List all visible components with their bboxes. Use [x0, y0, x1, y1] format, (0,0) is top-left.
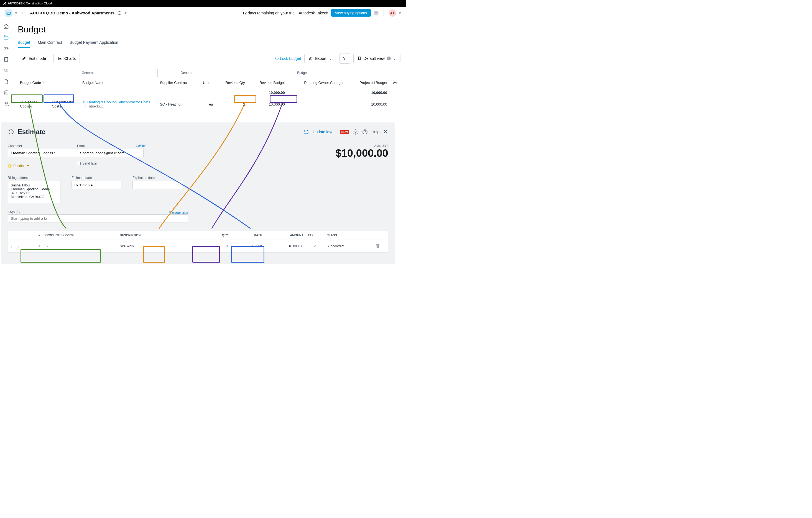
info-icon	[275, 57, 279, 60]
line-amount[interactable]: 10,000.00	[264, 240, 306, 253]
tab-budget[interactable]: Budget	[18, 40, 30, 48]
close-icon[interactable]: ✕	[383, 128, 388, 136]
filter-icon	[343, 56, 347, 61]
divider	[383, 10, 384, 16]
col-qty: QTY	[197, 231, 230, 240]
send-later-checkbox[interactable]: Send later	[77, 161, 146, 165]
edit-mode-button[interactable]: Edit mode	[18, 54, 50, 63]
nav-home-icon[interactable]	[3, 23, 9, 29]
cell-supplier: SC - Heating	[158, 97, 201, 111]
svg-point-17	[9, 165, 10, 167]
col-revised-qty[interactable]: Revised Qty	[215, 77, 247, 88]
tab-payment-app[interactable]: Budget Payment Application	[70, 40, 118, 48]
col-projected-budget[interactable]: Projected Budget	[347, 77, 389, 88]
tags-input[interactable]	[8, 214, 188, 222]
customer-input[interactable]	[8, 149, 58, 157]
col-unit[interactable]: Unit	[201, 77, 215, 88]
table-settings-icon[interactable]	[389, 77, 401, 88]
default-view-button[interactable]: Default view i ⌄	[353, 54, 401, 63]
status-pending[interactable]: Pending ▾	[8, 163, 66, 168]
chevron-down-icon: ⌄	[393, 56, 396, 61]
help-icon[interactable]	[362, 129, 368, 135]
email-input[interactable]	[77, 149, 144, 157]
chart-icon	[58, 56, 62, 61]
refresh-icon[interactable]	[303, 129, 309, 135]
expiration-input[interactable]	[133, 181, 182, 189]
table-row[interactable]: 15 Heating & Cooling Subcontractor Costs…	[18, 97, 401, 111]
cell-unit: ea	[201, 97, 215, 111]
svg-point-12	[7, 102, 8, 103]
chevron-down-icon: ⌄	[329, 56, 332, 61]
trial-banner-text: 12 days remaining on your trial - Autode…	[242, 11, 328, 15]
pending-dot-icon	[8, 164, 12, 168]
amount-label: AMOUNT	[336, 144, 388, 147]
column-group-row: General General Budget	[18, 69, 401, 77]
line-row[interactable]: ⋮⋮⋮ 1 02 Site Work 1 10,000 10,000.00 ✓ …	[8, 240, 388, 253]
nav-members-icon[interactable]	[3, 101, 9, 107]
chevron-down-icon[interactable]: ▾	[399, 10, 401, 16]
row-menu-icon[interactable]: ⋮	[82, 104, 88, 108]
col-budget-code[interactable]: Budget Code ↑	[18, 77, 80, 88]
col-budget-name[interactable]: Budget Name	[80, 77, 158, 88]
delete-line-icon[interactable]	[373, 240, 388, 253]
col-amount: AMOUNT	[264, 231, 306, 240]
module-switcher-icon[interactable]	[5, 9, 12, 17]
page-title: Budget	[18, 24, 401, 35]
nav-forecast-icon[interactable]	[3, 68, 9, 74]
help-label[interactable]: Help	[371, 130, 379, 134]
line-product[interactable]: 02	[42, 240, 117, 253]
col-tax: TAX	[306, 231, 324, 240]
cc-bcc-link[interactable]: Cc/Bcc	[136, 144, 146, 148]
col-supplier-contract[interactable]: Supplier Contract	[158, 77, 201, 88]
line-desc[interactable]: Site Work	[117, 240, 197, 253]
manage-tags-link[interactable]: Manage tags	[169, 211, 188, 214]
export-button[interactable]: Export ⌄	[304, 54, 336, 63]
svg-point-1	[7, 13, 8, 13]
billing-address[interactable]: Sasha Tillou Freeman Sporting Goods 370 …	[8, 181, 60, 203]
charts-button[interactable]: Charts	[54, 54, 80, 63]
summary-row: 10,000.00 10,000.00	[18, 88, 401, 97]
chevron-down-icon[interactable]: ▾	[15, 10, 17, 16]
globe-icon[interactable]	[117, 11, 122, 15]
expiration-label: Expiration date	[133, 176, 182, 180]
col-rate: RATE	[230, 231, 264, 240]
history-icon[interactable]	[8, 128, 14, 135]
edit-mode-label: Edit mode	[29, 56, 46, 61]
line-qty[interactable]: 1	[197, 240, 230, 253]
gear-icon[interactable]	[352, 129, 358, 135]
lock-budget-link[interactable]: Lock budget	[275, 56, 301, 61]
estimate-date-input[interactable]	[71, 181, 121, 189]
line-tax-check[interactable]: ✓	[306, 240, 324, 253]
tab-main-contract[interactable]: Main Contract	[38, 40, 62, 48]
col-revised-budget[interactable]: Revised Budget	[247, 77, 287, 88]
line-header-row: # PRODUCT/SERVICE DESCRIPTION QTY RATE A…	[8, 231, 388, 240]
col-pending-owner[interactable]: Pending Owner Changes	[287, 77, 347, 88]
autodesk-brand-bar: AUTODESK Construction Cloud	[0, 0, 406, 7]
nav-files-icon[interactable]	[3, 79, 9, 85]
new-badge: NEW	[340, 130, 349, 134]
view-buying-options-button[interactable]: View buying options	[331, 9, 371, 17]
chevron-down-icon[interactable]: ▾	[124, 10, 127, 16]
line-class[interactable]: Subcontract	[324, 240, 373, 253]
filter-button[interactable]	[340, 53, 350, 64]
user-avatar[interactable]: AA	[389, 9, 396, 17]
help-icon[interactable]: ?	[374, 10, 379, 16]
nav-budget-icon[interactable]	[3, 34, 9, 40]
nav-change-icon[interactable]	[3, 57, 9, 63]
project-name[interactable]: ACC <> QBD Demo - Ashwood Apartments	[30, 10, 114, 15]
nav-cost-icon[interactable]	[3, 45, 9, 52]
page-tabs: Budget Main Contract Budget Payment Appl…	[18, 40, 401, 48]
update-layout-link[interactable]: Update layout	[313, 130, 337, 134]
amount-value: $10,000.00	[336, 147, 388, 159]
nav-reports-icon[interactable]	[3, 90, 9, 96]
tags-label: Tags ?	[8, 210, 20, 214]
export-icon	[309, 56, 313, 61]
drag-handle-icon[interactable]: ⋮⋮⋮	[8, 240, 27, 253]
bookmark-icon	[357, 56, 361, 61]
billing-label: Billing address	[8, 176, 60, 180]
email-label: Email	[77, 144, 85, 148]
cell-pending-owner	[287, 97, 347, 111]
cell-budget-name[interactable]: 15 Heating & Cooling-Subcontractor Costs	[82, 100, 150, 104]
toolbar: Edit mode Charts Lock budget Export ⌄	[18, 53, 401, 64]
line-rate[interactable]: 10,000	[230, 240, 264, 253]
